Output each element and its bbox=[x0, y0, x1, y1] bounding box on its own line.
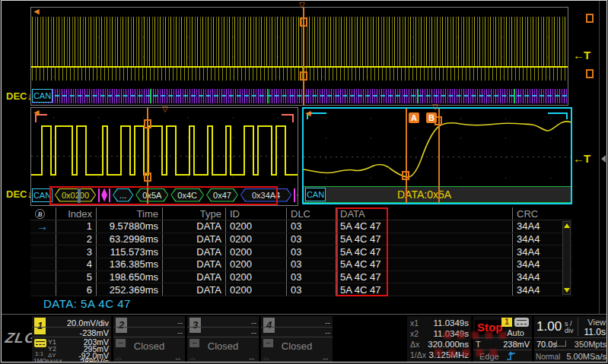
channel-status: Closed bbox=[113, 340, 185, 352]
view-label: View bbox=[587, 318, 606, 327]
scroll-up-icon[interactable] bbox=[564, 223, 570, 228]
channel-4-block[interactable]: 4----–Closed-:--- bbox=[261, 316, 333, 362]
channel-status: Closed bbox=[261, 340, 333, 352]
bus-b-icon: B bbox=[35, 209, 45, 219]
table-row[interactable]: 4136.385msDATA0200035A 4C 4734A4 bbox=[30, 258, 572, 271]
ch-offset-empty: -- bbox=[177, 328, 183, 337]
cursor-a-line[interactable] bbox=[406, 109, 407, 203]
ch-probe-empty: -:- bbox=[263, 355, 269, 362]
cell-index: 2 bbox=[56, 233, 97, 245]
trigger-level-marker-top[interactable]: ←T bbox=[573, 49, 590, 62]
header-cell: CRC bbox=[513, 207, 572, 220]
decode-label-bottom: DEC↓ bbox=[6, 188, 32, 200]
cell-time: 136.385ms bbox=[97, 258, 163, 271]
cursor-a-square[interactable] bbox=[402, 171, 409, 180]
zoom-anchor-square[interactable] bbox=[300, 71, 307, 81]
header-cell: Type bbox=[163, 207, 226, 220]
level-handle-square[interactable] bbox=[586, 14, 594, 23]
cell-icon bbox=[30, 245, 56, 258]
header-cell: B bbox=[30, 207, 56, 220]
table-row[interactable]: 6252.369msDATA0200035A 4C 4734A4 bbox=[30, 283, 572, 296]
cell-index: 5 bbox=[56, 271, 97, 283]
x1-label: x1 bbox=[410, 318, 419, 328]
table-scrollbar[interactable] bbox=[562, 221, 571, 295]
cursor-square[interactable] bbox=[144, 119, 151, 128]
header-cell: Time bbox=[97, 207, 163, 220]
can-decode-strip: CAN DATA:0x5A bbox=[304, 186, 571, 203]
main-waveform-window[interactable]: CAN bbox=[30, 7, 568, 106]
table-row[interactable]: 263.2998msDATA0200035A 4C 4734A4 bbox=[30, 233, 572, 246]
header-cell: ID bbox=[226, 207, 287, 220]
decode-green-tick bbox=[267, 89, 269, 103]
cell-dlc: 03 bbox=[287, 233, 336, 245]
trigger-marker-triangle: ▽ bbox=[299, 2, 305, 9]
can-bus-badge: CAN bbox=[305, 188, 326, 201]
ch-bottom-empty: -- bbox=[249, 354, 254, 362]
zoom-marker-triangle: ▽ bbox=[432, 103, 438, 111]
cell-id: 0200 bbox=[226, 283, 287, 296]
decode-green-tick bbox=[417, 89, 419, 103]
view-span-value: 11.0s bbox=[584, 327, 606, 337]
level-handle-square[interactable] bbox=[586, 69, 594, 78]
panel-divider-line bbox=[599, 1, 600, 314]
side-panel-handle-icon[interactable] bbox=[601, 155, 606, 163]
decode-separator-bars bbox=[294, 188, 298, 202]
cell-index: 1 bbox=[56, 220, 97, 233]
data-column-highlight-box bbox=[336, 207, 388, 296]
trigger-source-badge: 1 bbox=[501, 318, 512, 327]
cursor-a-badge[interactable]: A bbox=[409, 112, 419, 123]
rising-edge-icon bbox=[505, 350, 517, 362]
cell-type: DATA bbox=[163, 245, 226, 258]
table-header-row: BIndexTimeTypeIDDLCDATACRC bbox=[30, 207, 572, 220]
timebase-block[interactable]: 1.00 s / div View 11.0s 70.0s 350Mpts No… bbox=[534, 316, 607, 362]
trigger-position-arrow: ◄ bbox=[32, 108, 41, 117]
cursor-b-badge[interactable]: B bbox=[426, 112, 437, 123]
trigger-level-marker-mid[interactable]: ←T bbox=[573, 152, 590, 165]
dc-coupling-icon bbox=[34, 339, 46, 347]
decode-label-top: DEC↓ bbox=[6, 90, 32, 102]
channel-1-block[interactable]: 1 20.0mV/div -238mV Y1 203mV Y2 295mV ΔY… bbox=[32, 316, 111, 362]
channel-3-block[interactable]: 3----–Closed-:--- bbox=[187, 316, 259, 362]
channel-1-badge: 1 bbox=[34, 318, 46, 334]
ch-offset-empty: -- bbox=[325, 328, 330, 337]
cell-id: 0200 bbox=[226, 233, 287, 245]
cell-icon bbox=[30, 233, 56, 245]
cell-time: 252.369ms bbox=[97, 283, 163, 296]
cell-id: 0200 bbox=[226, 245, 287, 258]
cell-index: 6 bbox=[56, 283, 97, 296]
trigger-block[interactable]: Stop 1 Auto T 238mV Edge bbox=[473, 316, 532, 362]
ch1-slope-value: -288kV/s bbox=[78, 357, 109, 362]
decode-event-table: BIndexTimeTypeIDDLCDATACRC →19.57880msDA… bbox=[30, 207, 572, 296]
table-row[interactable]: 3115.573msDATA0200035A 4C 4734A4 bbox=[30, 245, 572, 258]
cell-time: 9.57880ms bbox=[97, 220, 163, 233]
cell-dlc: 03 bbox=[287, 271, 336, 283]
trigger-type: Edge bbox=[479, 352, 499, 361]
ch1-probe-ratio: 1:1 bbox=[35, 350, 43, 357]
scroll-down-icon[interactable] bbox=[564, 288, 570, 293]
zoom-window-analog[interactable]: A B CAN DATA:0x5A bbox=[302, 107, 572, 204]
header-cell: Index bbox=[56, 207, 97, 220]
inv-dx-label: 1/Δx bbox=[410, 350, 426, 359]
channel-2-block[interactable]: 2----–Closed-:--- bbox=[113, 316, 185, 362]
trigger-level-label: T bbox=[476, 340, 481, 349]
zoom-anchor-square[interactable] bbox=[300, 17, 307, 27]
cursor-square[interactable] bbox=[144, 173, 151, 182]
cell-id: 0200 bbox=[226, 271, 287, 283]
table-row[interactable]: →19.57880msDATA0200035A 4C 4734A4 bbox=[30, 220, 572, 233]
selected-row-arrow-icon: → bbox=[37, 223, 48, 230]
sample-rate: 5.00MSa/s bbox=[566, 352, 606, 361]
channel-3-badge: 3 bbox=[189, 318, 201, 333]
divider bbox=[578, 318, 578, 336]
table-row[interactable]: 5198.650msDATA0200035A 4C 4734A4 bbox=[30, 271, 572, 284]
acquisition-mode: Normal bbox=[536, 353, 560, 361]
ch-bottom-empty: -- bbox=[175, 354, 180, 362]
zoom-window-digital[interactable]: CAN 0x0200...0x5A0x4C0x470x34A4... bbox=[30, 107, 298, 206]
cursor-readout-block[interactable]: x1 11.0349s x2 11.0349s Δx 320.000ns 1/Δ… bbox=[407, 316, 471, 362]
trigger-position-arrow: ◄ bbox=[304, 109, 313, 118]
timebase-unit-div: div bbox=[565, 327, 574, 334]
cell-dlc: 03 bbox=[287, 258, 336, 271]
ch-probe-empty: -:- bbox=[189, 355, 196, 362]
channel-2-badge: 2 bbox=[116, 318, 127, 333]
can-bus-badge: CAN bbox=[32, 89, 53, 103]
cell-index: 4 bbox=[56, 258, 97, 271]
